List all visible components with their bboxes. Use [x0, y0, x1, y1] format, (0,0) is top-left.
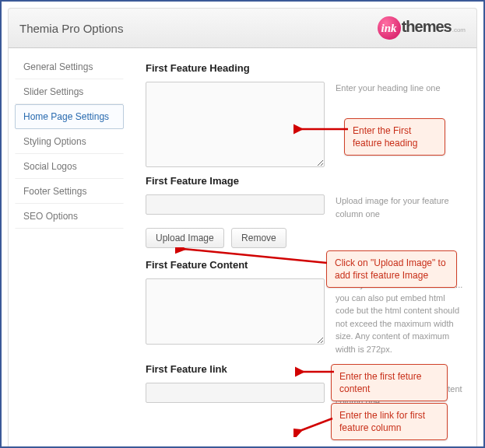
settings-sidebar: General Settings Slider Settings Home Pa…	[9, 48, 130, 448]
sidebar-item-slider[interactable]: Slider Settings	[15, 79, 124, 104]
feature-content-hint: Paste your feature content here... you c…	[336, 278, 464, 355]
logo-text: themes	[402, 18, 452, 36]
options-content: First Feature Heading Enter your heading…	[130, 48, 476, 448]
sidebar-item-general[interactable]: General Settings	[15, 54, 124, 79]
logo-suffix: .com	[452, 26, 466, 33]
feature-image-path-input[interactable]	[146, 194, 325, 215]
sidebar-item-styling[interactable]: Styling Options	[15, 129, 124, 154]
page-title: Themia Pro Options	[19, 22, 123, 35]
options-header: Themia Pro Options ink themes .com	[8, 8, 477, 48]
sidebar-item-social[interactable]: Social Logos	[15, 154, 124, 179]
svg-line-3	[300, 418, 332, 431]
callout-heading: Enter the First feature heading	[344, 118, 445, 156]
callout-content: Enter the first feture content	[331, 364, 448, 401]
section-title-heading: First Feature Heading	[146, 62, 464, 74]
feature-link-input[interactable]	[146, 383, 325, 403]
feature-heading-hint: Enter your heading line one	[336, 82, 464, 95]
feature-image-hint: Upload image for your feature column one	[336, 194, 464, 220]
callout-upload: Click on "Upload Image" to add first fea…	[326, 250, 457, 288]
callout-link: Enter the link for first feature column	[331, 403, 448, 440]
upload-image-button[interactable]: Upload Image	[146, 228, 224, 248]
feature-heading-input[interactable]	[146, 82, 325, 167]
remove-image-button[interactable]: Remove	[231, 228, 286, 248]
logo-mark-icon: ink	[378, 16, 401, 40]
sidebar-item-home-page[interactable]: Home Page Settings	[15, 104, 124, 129]
brand-logo: ink themes .com	[378, 16, 466, 40]
feature-content-input[interactable]	[146, 278, 325, 345]
sidebar-item-seo[interactable]: SEO Options	[15, 204, 124, 229]
section-title-image: First Feature Image	[146, 175, 464, 187]
sidebar-item-footer[interactable]: Footer Settings	[15, 179, 124, 204]
